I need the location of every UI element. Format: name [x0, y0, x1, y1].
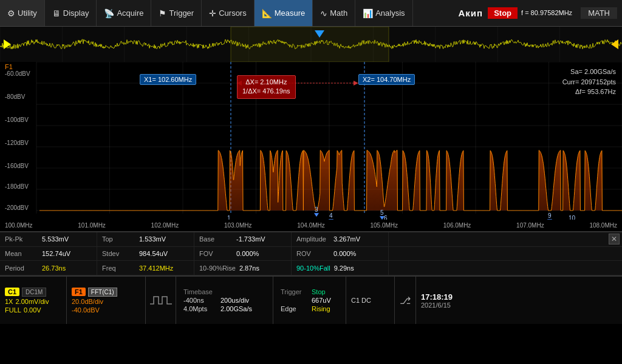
- meas-fall-value: 9.29ns: [334, 265, 354, 272]
- c1-coupling: DC1M: [22, 288, 46, 297]
- meas-top: Top 1.533mV: [97, 232, 194, 246]
- meas-pk-pk: Pk-Pk 5.533mV: [0, 232, 97, 246]
- meas-rise: 10-90%Rise 2.87ns: [194, 261, 292, 275]
- sa-delta-f: Δf= 953.67Hz: [562, 87, 616, 97]
- f1-ref: -40.0dBV: [72, 306, 100, 314]
- meas-fov-label: FOV: [199, 250, 233, 257]
- sa-info: Sa= 2.00GSa/s Curr= 2097152pts Δf= 953.6…: [562, 67, 616, 97]
- trigger-edge-label: Edge: [281, 305, 308, 312]
- f1-badge: F1: [72, 288, 86, 296]
- ch1-dc-section: C1 DC: [346, 277, 395, 324]
- freq-106: 106.0MHz: [443, 222, 471, 229]
- trigger-level-label: [281, 297, 308, 304]
- freq-103: 103.0MHz: [224, 222, 252, 229]
- meas-rov-value: 0.000%: [333, 250, 356, 257]
- time-section: 17:18:19 2021/6/15: [416, 277, 471, 324]
- trigger-icon: ⚑: [159, 8, 166, 18]
- y-label-200: -200dBV: [5, 204, 29, 211]
- meas-stdev: Stdev 984.54uV: [97, 247, 194, 261]
- stop-button[interactable]: Stop: [488, 7, 518, 19]
- y-label-120: -120dBV: [5, 140, 29, 146]
- usb-section: ⎇: [395, 277, 416, 324]
- menu-bar: ⚙ Utility 🖥 Display 📡 Acquire ⚑ Trigger …: [0, 0, 622, 27]
- trigger-status: Stop: [312, 288, 326, 295]
- meas-fov: FOV 0.000%: [194, 247, 292, 261]
- freq-101: 101.0MHz: [78, 222, 106, 229]
- meas-base-value: -1.733mV: [236, 235, 265, 243]
- timebase-label: Timebase: [183, 288, 217, 295]
- brand-name: Акип: [454, 7, 488, 19]
- y-label-180: -180dBV: [5, 183, 29, 190]
- math-icon: ∿: [320, 8, 327, 18]
- meas-rov-label: ROV: [296, 250, 330, 257]
- freq-108: 108.0MHz: [589, 222, 617, 229]
- trigger-header: Trigger: [281, 288, 308, 295]
- menu-trigger[interactable]: ⚑ Trigger: [151, 0, 202, 26]
- menu-math[interactable]: ∿ Math: [313, 0, 355, 26]
- meas-row-1: Pk-Pk 5.533mV Top 1.533mV Base -1.733mV …: [0, 232, 622, 247]
- f1-db-div: 20.0dB/div: [72, 298, 103, 305]
- y-label-f1: F1: [5, 63, 13, 70]
- overview-waveform: [0, 27, 622, 62]
- freq-100: 100.0MHz: [5, 222, 33, 229]
- cursor-delta-label: ΔX= 2.10MHz 1/ΔX= 476.19ns: [237, 75, 296, 99]
- fft-canvas: [0, 62, 622, 220]
- y-label-80: -80dBV: [5, 93, 25, 100]
- cursor-left-arrow: [4, 39, 11, 49]
- clock-time: 17:18:19: [421, 292, 466, 302]
- menu-display[interactable]: 🖥 Display: [45, 0, 97, 26]
- cursor-x1-label: X1= 102.60MHz: [140, 74, 196, 85]
- tb-offset-label: -400ns: [183, 297, 217, 304]
- menu-acquire[interactable]: 📡 Acquire: [97, 0, 151, 26]
- sa-rate: Sa= 2.00GSa/s: [562, 67, 616, 77]
- utility-icon: ⚙: [7, 8, 15, 18]
- meas-fall: 90-10%Fall 9.29ns: [292, 261, 389, 275]
- cursors-icon: ✛: [209, 8, 216, 18]
- menu-utility[interactable]: ⚙ Utility: [0, 0, 45, 26]
- freq-104: 104.0MHz: [297, 222, 325, 229]
- meas-pk-pk-value: 5.533mV: [42, 235, 69, 243]
- trigger-section: Trigger Stop 667uV Edge Rising: [273, 277, 346, 324]
- freq-display: f = 80.97582MHz: [518, 7, 576, 18]
- ch1-info: C1 DC1M 1X 2.00mV/div FULL 0.00V: [0, 277, 67, 324]
- meas-mean: Mean 152.74uV: [0, 247, 97, 261]
- overview-canvas: [0, 27, 622, 62]
- y-label-160: -160dBV: [5, 163, 29, 169]
- measure-icon: 📐: [262, 8, 272, 18]
- sa-curr: Curr= 2097152pts: [562, 77, 616, 87]
- meas-row-3: Period 26.73ns Freq 37.412MHz 10-90%Rise…: [0, 261, 622, 275]
- c1-volt-div: 2.00mV/div: [15, 298, 49, 305]
- freq-107: 107.0MHz: [516, 222, 544, 229]
- analysis-icon: 📊: [363, 8, 373, 18]
- meas-rov: ROV 0.000%: [292, 247, 389, 261]
- brand-area: Акип Stop f = 80.97582MHz MATH: [449, 7, 622, 19]
- meas-pk-pk-label: Pk-Pk: [5, 235, 38, 243]
- meas-fall-label: 90-10%Fall: [296, 265, 330, 272]
- c1-full: FULL: [5, 306, 21, 314]
- measurements-panel: Pk-Pk 5.533mV Top 1.533mV Base -1.733mV …: [0, 232, 622, 275]
- meas-base-label: Base: [199, 235, 233, 243]
- freq-102: 102.0MHz: [151, 222, 179, 229]
- freq-axis: 100.0MHz 101.0MHz 102.0MHz 103.0MHz 104.…: [0, 220, 622, 232]
- tb-mpts: 4.0Mpts: [183, 305, 217, 312]
- fft-badge: FFT(C1): [88, 288, 117, 297]
- cursor-x2-label: X2= 104.70MHz: [358, 74, 415, 85]
- meas-row-2: Mean 152.74uV Stdev 984.54uV FOV 0.000% …: [0, 247, 622, 261]
- trigger-arrow: [315, 30, 324, 38]
- c1-badge: C1: [5, 288, 19, 296]
- tb-time-div: 200us/div: [220, 297, 249, 304]
- meas-close-button[interactable]: ✕: [609, 234, 620, 244]
- meas-stdev-value: 984.54uV: [139, 250, 168, 257]
- delta-inv-value: 1/ΔX= 476.19ns: [242, 87, 290, 96]
- f1-info: F1 FFT(C1) 20.0dB/div -40.0dBV: [67, 277, 146, 324]
- menu-cursors[interactable]: ✛ Cursors: [202, 0, 255, 26]
- menu-analysis[interactable]: 📊 Analysis: [355, 0, 412, 26]
- meas-mean-label: Mean: [5, 250, 38, 257]
- meas-rise-value: 2.87ns: [239, 265, 259, 272]
- fft-display: F1 -60.0dBV -80dBV -100dBV -120dBV -160d…: [0, 62, 622, 220]
- menu-measure[interactable]: 📐 Measure: [255, 0, 313, 26]
- meas-freq-label: Freq: [102, 265, 135, 272]
- c1-scale: 1X: [5, 298, 13, 305]
- usb-icon: ⎇: [400, 295, 411, 306]
- meas-amp-value: 3.267mV: [333, 235, 360, 243]
